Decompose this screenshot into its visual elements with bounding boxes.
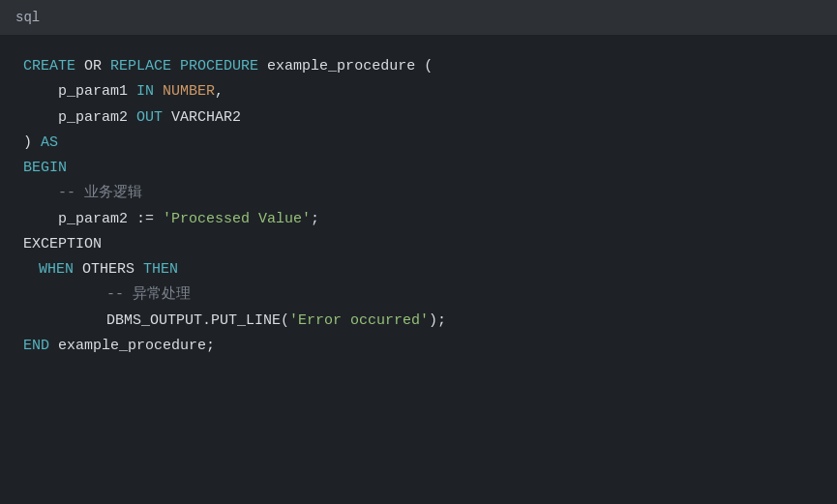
code-line-12: END example_procedure; <box>0 334 837 359</box>
code-area: CREATE OR REPLACE PROCEDURE example_proc… <box>0 35 837 378</box>
code-line-6: -- 业务逻辑 <box>0 181 837 206</box>
code-line-8: EXCEPTION <box>0 232 837 257</box>
kw-replace: REPLACE <box>110 54 171 79</box>
comment-1: -- 业务逻辑 <box>58 181 142 206</box>
kw-end: END <box>23 334 49 359</box>
kw-in: IN <box>136 79 154 104</box>
code-line-11: DBMS_OUTPUT.PUT_LINE( 'Error occurred' )… <box>0 309 837 334</box>
code-line-4: ) AS <box>0 131 837 156</box>
code-line-7: p_param2 := 'Processed Value' ; <box>0 207 837 232</box>
string-error-occurred: 'Error occurred' <box>289 309 429 334</box>
comment-2: -- 异常处理 <box>106 282 191 308</box>
kw-when: WHEN <box>39 257 74 282</box>
code-line-2: p_param1 IN NUMBER , <box>0 79 837 104</box>
kw-out: OUT <box>136 105 163 131</box>
kw-procedure: PROCEDURE <box>180 54 258 79</box>
kw-exception: EXCEPTION <box>23 232 102 257</box>
kw-number: NUMBER <box>163 79 215 104</box>
code-line-1: CREATE OR REPLACE PROCEDURE example_proc… <box>0 54 837 79</box>
code-line-5: BEGIN <box>0 156 837 181</box>
kw-as: AS <box>41 131 58 156</box>
kw-begin: BEGIN <box>23 156 67 181</box>
code-line-9: WHEN OTHERS THEN <box>0 257 837 282</box>
code-line-3: p_param2 OUT VARCHAR2 <box>0 105 837 131</box>
kw-create: CREATE <box>23 54 75 79</box>
code-line-10: -- 异常处理 <box>0 282 837 308</box>
title-label: sql <box>15 10 40 25</box>
title-bar: sql <box>0 0 837 35</box>
kw-then: THEN <box>143 257 178 282</box>
string-processed-value: 'Processed Value' <box>163 207 311 232</box>
